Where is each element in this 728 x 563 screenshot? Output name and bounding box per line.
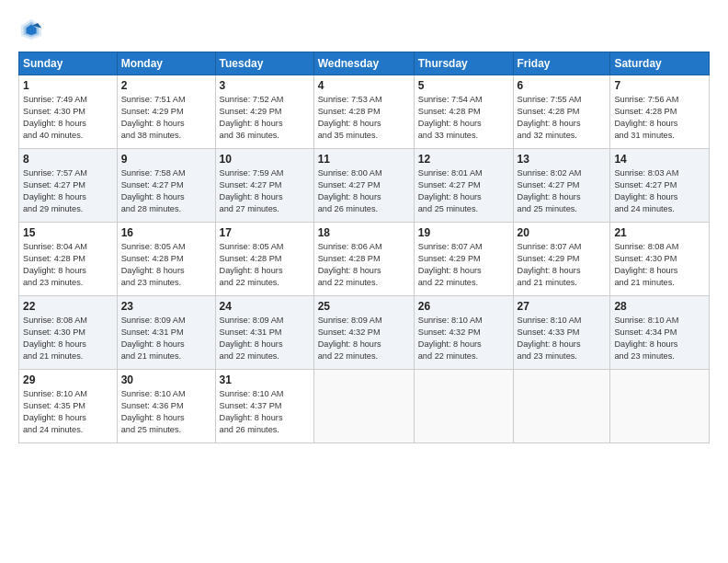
- day-info: Sunrise: 8:09 AMSunset: 4:31 PMDaylight:…: [121, 315, 211, 362]
- logo: [18, 17, 50, 42]
- calendar-cell: 29Sunrise: 8:10 AMSunset: 4:35 PMDayligh…: [19, 370, 118, 443]
- day-number: 16: [121, 226, 211, 239]
- day-info: Sunrise: 7:52 AMSunset: 4:29 PMDaylight:…: [220, 94, 310, 142]
- calendar-cell: 8Sunrise: 7:57 AMSunset: 4:27 PMDaylight…: [19, 149, 118, 223]
- calendar-cell: 22Sunrise: 8:08 AMSunset: 4:30 PMDayligh…: [19, 296, 118, 370]
- day-number: 5: [418, 79, 509, 92]
- day-number: 3: [220, 79, 310, 92]
- day-info: Sunrise: 7:59 AMSunset: 4:27 PMDaylight:…: [220, 167, 310, 215]
- day-info: Sunrise: 8:10 AMSunset: 4:34 PMDaylight:…: [614, 315, 705, 362]
- calendar-week-row: 29Sunrise: 8:10 AMSunset: 4:35 PMDayligh…: [19, 370, 710, 443]
- day-info: Sunrise: 8:10 AMSunset: 4:36 PMDaylight:…: [121, 388, 211, 436]
- day-info: Sunrise: 8:09 AMSunset: 4:31 PMDaylight:…: [220, 315, 310, 362]
- calendar-cell: 10Sunrise: 7:59 AMSunset: 4:27 PMDayligh…: [215, 149, 313, 223]
- calendar-cell: 19Sunrise: 8:07 AMSunset: 4:29 PMDayligh…: [414, 223, 513, 296]
- day-number: 21: [614, 226, 705, 239]
- day-number: 27: [518, 300, 607, 313]
- day-number: 2: [121, 79, 211, 92]
- day-info: Sunrise: 8:08 AMSunset: 4:30 PMDaylight:…: [23, 315, 113, 362]
- calendar-week-row: 8Sunrise: 7:57 AMSunset: 4:27 PMDaylight…: [19, 149, 710, 223]
- calendar-cell: 13Sunrise: 8:02 AMSunset: 4:27 PMDayligh…: [513, 149, 610, 223]
- calendar-cell: 21Sunrise: 8:08 AMSunset: 4:30 PMDayligh…: [610, 223, 710, 296]
- day-number: 19: [418, 226, 509, 239]
- col-header-saturday: Saturday: [610, 52, 710, 75]
- day-info: Sunrise: 7:57 AMSunset: 4:27 PMDaylight:…: [23, 167, 113, 215]
- day-number: 28: [614, 300, 705, 313]
- day-number: 8: [23, 153, 113, 166]
- calendar-cell: 12Sunrise: 8:01 AMSunset: 4:27 PMDayligh…: [414, 149, 513, 223]
- day-info: Sunrise: 8:01 AMSunset: 4:27 PMDaylight:…: [418, 167, 509, 215]
- page: SundayMondayTuesdayWednesdayThursdayFrid…: [0, 0, 728, 563]
- day-info: Sunrise: 7:55 AMSunset: 4:28 PMDaylight:…: [518, 94, 607, 142]
- day-info: Sunrise: 8:05 AMSunset: 4:28 PMDaylight:…: [121, 241, 211, 289]
- day-number: 11: [318, 153, 410, 166]
- calendar-week-row: 15Sunrise: 8:04 AMSunset: 4:28 PMDayligh…: [19, 223, 710, 296]
- calendar-cell: [414, 370, 513, 443]
- day-info: Sunrise: 8:02 AMSunset: 4:27 PMDaylight:…: [518, 167, 607, 215]
- day-number: 31: [220, 373, 310, 386]
- calendar-cell: 6Sunrise: 7:55 AMSunset: 4:28 PMDaylight…: [513, 75, 610, 149]
- calendar-cell: 16Sunrise: 8:05 AMSunset: 4:28 PMDayligh…: [117, 223, 215, 296]
- day-number: 10: [220, 153, 310, 166]
- day-info: Sunrise: 8:04 AMSunset: 4:28 PMDaylight:…: [23, 241, 113, 289]
- calendar-cell: 27Sunrise: 8:10 AMSunset: 4:33 PMDayligh…: [513, 296, 610, 370]
- col-header-monday: Monday: [117, 52, 215, 75]
- col-header-wednesday: Wednesday: [313, 52, 414, 75]
- calendar-cell: 20Sunrise: 8:07 AMSunset: 4:29 PMDayligh…: [513, 223, 610, 296]
- day-info: Sunrise: 7:58 AMSunset: 4:27 PMDaylight:…: [121, 167, 211, 215]
- day-number: 15: [23, 226, 113, 239]
- calendar-cell: 2Sunrise: 7:51 AMSunset: 4:29 PMDaylight…: [117, 75, 215, 149]
- calendar-cell: 31Sunrise: 8:10 AMSunset: 4:37 PMDayligh…: [215, 370, 313, 443]
- calendar-cell: 25Sunrise: 8:09 AMSunset: 4:32 PMDayligh…: [313, 296, 414, 370]
- calendar-cell: 4Sunrise: 7:53 AMSunset: 4:28 PMDaylight…: [313, 75, 414, 149]
- calendar-cell: 24Sunrise: 8:09 AMSunset: 4:31 PMDayligh…: [215, 296, 313, 370]
- calendar-cell: [313, 370, 414, 443]
- day-info: Sunrise: 7:51 AMSunset: 4:29 PMDaylight:…: [121, 94, 211, 142]
- calendar-cell: 15Sunrise: 8:04 AMSunset: 4:28 PMDayligh…: [19, 223, 118, 296]
- calendar-header-row: SundayMondayTuesdayWednesdayThursdayFrid…: [19, 52, 710, 75]
- calendar-table: SundayMondayTuesdayWednesdayThursdayFrid…: [18, 52, 710, 443]
- col-header-thursday: Thursday: [414, 52, 513, 75]
- calendar-cell: 1Sunrise: 7:49 AMSunset: 4:30 PMDaylight…: [19, 75, 118, 149]
- day-number: 14: [614, 153, 705, 166]
- calendar-cell: 9Sunrise: 7:58 AMSunset: 4:27 PMDaylight…: [117, 149, 215, 223]
- day-number: 22: [23, 300, 113, 313]
- day-info: Sunrise: 8:07 AMSunset: 4:29 PMDaylight:…: [518, 241, 607, 289]
- day-number: 4: [318, 79, 410, 92]
- calendar-cell: 18Sunrise: 8:06 AMSunset: 4:28 PMDayligh…: [313, 223, 414, 296]
- calendar-cell: 3Sunrise: 7:52 AMSunset: 4:29 PMDaylight…: [215, 75, 313, 149]
- day-number: 24: [220, 300, 310, 313]
- calendar-cell: 14Sunrise: 8:03 AMSunset: 4:27 PMDayligh…: [610, 149, 710, 223]
- calendar-week-row: 1Sunrise: 7:49 AMSunset: 4:30 PMDaylight…: [19, 75, 710, 149]
- day-number: 7: [614, 79, 705, 92]
- day-number: 17: [220, 226, 310, 239]
- day-number: 6: [518, 79, 607, 92]
- calendar-cell: 23Sunrise: 8:09 AMSunset: 4:31 PMDayligh…: [117, 296, 215, 370]
- day-number: 9: [121, 153, 211, 166]
- calendar-cell: [513, 370, 610, 443]
- day-info: Sunrise: 8:08 AMSunset: 4:30 PMDaylight:…: [614, 241, 705, 289]
- logo-icon: [18, 17, 44, 42]
- day-number: 18: [318, 226, 410, 239]
- calendar-cell: 30Sunrise: 8:10 AMSunset: 4:36 PMDayligh…: [117, 370, 215, 443]
- day-info: Sunrise: 7:49 AMSunset: 4:30 PMDaylight:…: [23, 94, 113, 142]
- day-number: 12: [418, 153, 509, 166]
- calendar-cell: [610, 370, 710, 443]
- day-number: 29: [23, 373, 113, 386]
- col-header-sunday: Sunday: [19, 52, 118, 75]
- day-number: 23: [121, 300, 211, 313]
- day-info: Sunrise: 8:06 AMSunset: 4:28 PMDaylight:…: [318, 241, 410, 289]
- day-info: Sunrise: 7:56 AMSunset: 4:28 PMDaylight:…: [614, 94, 705, 142]
- day-info: Sunrise: 8:07 AMSunset: 4:29 PMDaylight:…: [418, 241, 509, 289]
- day-info: Sunrise: 8:10 AMSunset: 4:33 PMDaylight:…: [518, 315, 607, 362]
- day-number: 20: [518, 226, 607, 239]
- day-number: 26: [418, 300, 509, 313]
- day-info: Sunrise: 8:09 AMSunset: 4:32 PMDaylight:…: [318, 315, 410, 362]
- calendar-week-row: 22Sunrise: 8:08 AMSunset: 4:30 PMDayligh…: [19, 296, 710, 370]
- calendar-cell: 28Sunrise: 8:10 AMSunset: 4:34 PMDayligh…: [610, 296, 710, 370]
- day-number: 30: [121, 373, 211, 386]
- day-info: Sunrise: 8:10 AMSunset: 4:32 PMDaylight:…: [418, 315, 509, 362]
- calendar-cell: 7Sunrise: 7:56 AMSunset: 4:28 PMDaylight…: [610, 75, 710, 149]
- col-header-tuesday: Tuesday: [215, 52, 313, 75]
- calendar-cell: 11Sunrise: 8:00 AMSunset: 4:27 PMDayligh…: [313, 149, 414, 223]
